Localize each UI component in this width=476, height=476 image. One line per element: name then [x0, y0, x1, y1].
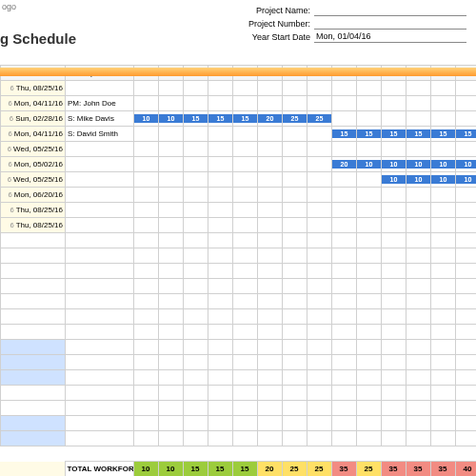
gantt-cell[interactable] — [258, 386, 283, 401]
gantt-cell[interactable] — [258, 142, 283, 157]
table-row[interactable]: 6 Wed, 05/25/16 — [1, 142, 477, 157]
gantt-cell[interactable] — [184, 416, 208, 431]
gantt-cell[interactable] — [382, 248, 407, 264]
pm-cell[interactable] — [66, 172, 134, 188]
gantt-cell[interactable] — [258, 233, 283, 248]
gantt-cell[interactable] — [134, 370, 159, 386]
gantt-cell[interactable] — [431, 416, 456, 431]
pm-cell[interactable] — [66, 142, 134, 157]
gantt-cell[interactable] — [134, 81, 159, 96]
gantt-cell[interactable] — [258, 340, 283, 355]
gantt-cell[interactable] — [382, 325, 407, 340]
end-date-cell[interactable] — [1, 294, 66, 309]
gantt-cell[interactable] — [357, 264, 382, 279]
gantt-cell[interactable] — [233, 294, 258, 309]
gantt-cell[interactable] — [431, 233, 456, 248]
gantt-cell[interactable]: 15 — [184, 111, 208, 127]
gantt-cell[interactable]: 10 — [159, 111, 184, 127]
gantt-cell[interactable] — [357, 203, 382, 218]
gantt-cell[interactable] — [382, 264, 407, 279]
gantt-cell[interactable] — [208, 81, 233, 96]
gantt-cell[interactable] — [407, 142, 431, 157]
gantt-cell[interactable] — [258, 81, 283, 96]
gantt-cell[interactable] — [431, 111, 456, 127]
gantt-cell[interactable] — [208, 203, 233, 218]
gantt-cell[interactable] — [382, 386, 407, 401]
gantt-cell[interactable]: 10 — [134, 111, 159, 127]
pm-cell[interactable] — [66, 157, 134, 172]
gantt-cell[interactable] — [332, 172, 357, 188]
gantt-cell[interactable] — [407, 416, 431, 431]
table-row[interactable] — [1, 248, 477, 264]
gantt-cell[interactable]: 25 — [283, 111, 307, 127]
gantt-cell[interactable] — [407, 81, 431, 96]
gantt-cell[interactable] — [208, 340, 233, 355]
gantt-cell[interactable] — [258, 279, 283, 294]
gantt-cell[interactable] — [159, 127, 184, 142]
gantt-cell[interactable]: 10 — [357, 157, 382, 172]
gantt-cell[interactable] — [307, 401, 332, 416]
gantt-cell[interactable] — [283, 355, 307, 370]
gantt-cell[interactable]: 20 — [258, 111, 283, 127]
year-start-input[interactable]: Mon, 01/04/16 — [314, 31, 466, 43]
gantt-cell[interactable] — [283, 294, 307, 309]
table-row[interactable] — [1, 401, 477, 416]
pm-cell[interactable] — [66, 370, 134, 386]
gantt-cell[interactable] — [159, 203, 184, 218]
gantt-cell[interactable] — [456, 264, 477, 279]
gantt-cell[interactable] — [184, 127, 208, 142]
gantt-cell[interactable] — [431, 340, 456, 355]
gantt-cell[interactable] — [208, 416, 233, 431]
gantt-cell[interactable] — [407, 386, 431, 401]
gantt-cell[interactable] — [233, 172, 258, 188]
gantt-cell[interactable] — [456, 370, 477, 386]
table-row[interactable]: 6 Mon, 04/11/16S: David Smith15151515151… — [1, 127, 477, 142]
gantt-cell[interactable] — [208, 294, 233, 309]
gantt-cell[interactable]: 10 — [382, 157, 407, 172]
gantt-cell[interactable] — [307, 355, 332, 370]
gantt-cell[interactable]: 15 — [208, 111, 233, 127]
gantt-cell[interactable] — [307, 416, 332, 431]
table-row[interactable]: 6 Sun, 02/28/16S: Mike Davis101015151520… — [1, 111, 477, 127]
gantt-cell[interactable] — [208, 188, 233, 203]
pm-cell[interactable] — [66, 233, 134, 248]
gantt-cell[interactable] — [184, 431, 208, 446]
table-row[interactable] — [1, 431, 477, 446]
gantt-cell[interactable] — [431, 188, 456, 203]
gantt-cell[interactable] — [357, 386, 382, 401]
gantt-cell[interactable] — [184, 233, 208, 248]
gantt-cell[interactable] — [307, 188, 332, 203]
pm-cell[interactable] — [66, 248, 134, 264]
gantt-cell[interactable] — [283, 233, 307, 248]
gantt-cell[interactable] — [431, 325, 456, 340]
gantt-cell[interactable] — [307, 218, 332, 233]
gantt-cell[interactable] — [258, 188, 283, 203]
gantt-cell[interactable] — [134, 127, 159, 142]
gantt-cell[interactable] — [456, 386, 477, 401]
gantt-cell[interactable] — [283, 142, 307, 157]
end-date-cell[interactable] — [1, 355, 66, 370]
gantt-cell[interactable] — [159, 96, 184, 111]
gantt-cell[interactable] — [208, 233, 233, 248]
gantt-cell[interactable] — [208, 96, 233, 111]
gantt-cell[interactable]: 10 — [456, 172, 477, 188]
gantt-cell[interactable] — [233, 157, 258, 172]
gantt-cell[interactable] — [456, 233, 477, 248]
gantt-cell[interactable]: 10 — [382, 172, 407, 188]
gantt-cell[interactable] — [208, 127, 233, 142]
gantt-cell[interactable] — [332, 188, 357, 203]
gantt-cell[interactable] — [184, 188, 208, 203]
gantt-cell[interactable] — [307, 294, 332, 309]
pm-cell[interactable] — [66, 325, 134, 340]
gantt-cell[interactable] — [431, 386, 456, 401]
gantt-cell[interactable] — [332, 81, 357, 96]
gantt-cell[interactable] — [407, 218, 431, 233]
gantt-cell[interactable] — [357, 81, 382, 96]
gantt-cell[interactable] — [208, 172, 233, 188]
gantt-cell[interactable]: 10 — [431, 157, 456, 172]
gantt-cell[interactable] — [357, 218, 382, 233]
gantt-cell[interactable] — [208, 218, 233, 233]
gantt-cell[interactable]: 25 — [307, 111, 332, 127]
gantt-cell[interactable] — [407, 248, 431, 264]
end-date-cell[interactable]: 6 Sun, 02/28/16 — [1, 111, 66, 127]
